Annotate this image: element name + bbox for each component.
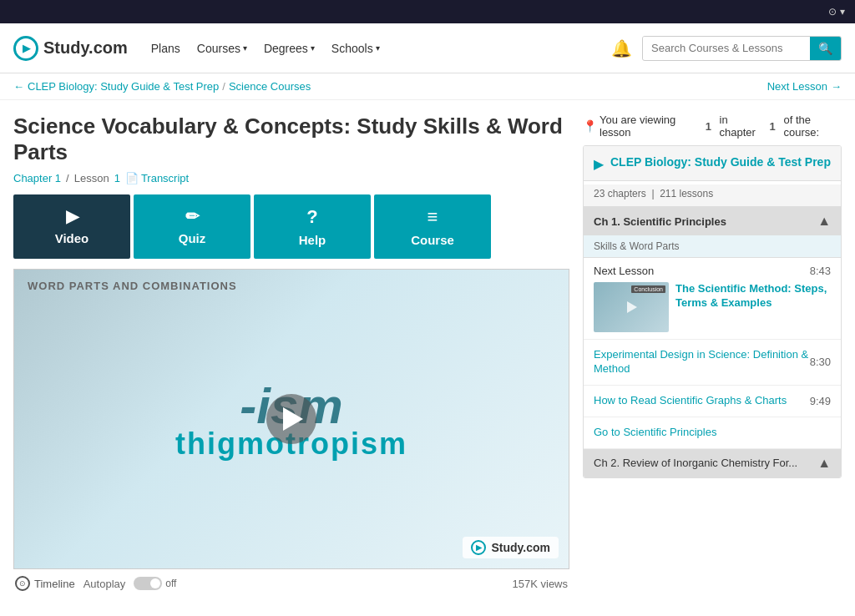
main-column: Science Vocabulary & Concepts: Study Ski… [13, 114, 569, 598]
nav-plans[interactable]: Plans [144, 38, 187, 58]
chevron-down-icon: ▾ [243, 43, 247, 53]
course-card: ▶ CLEP Biology: Study Guide & Test Prep … [583, 145, 842, 478]
chapter2-label: Ch 2. Review of Inorganic Chemistry For.… [594, 457, 797, 469]
autoplay-label: Autoplay [83, 578, 126, 590]
chapter1-header[interactable]: Ch 1. Scientific Principles ▲ [584, 207, 841, 235]
collapse-icon: ▲ [817, 214, 831, 229]
lesson2-duration: 8:30 [810, 356, 831, 368]
transcript-icon: 📄 [125, 172, 139, 184]
lesson3-item[interactable]: How to Read Scientific Graphs & Charts 9… [584, 386, 841, 417]
tab-video-button[interactable]: ▶ Video [13, 194, 130, 259]
course-tab-icon: ≡ [428, 206, 438, 228]
goto-chapter-item[interactable]: Go to Scientific Principles [584, 417, 841, 449]
logo-text: Study.com [43, 38, 128, 58]
tab-quiz-button[interactable]: ✏ Quiz [134, 194, 250, 259]
toggle-state-label: off [165, 578, 176, 589]
video-watermark: ▶ Study.com [463, 537, 559, 558]
top-bar: ⊙ ▾ [0, 0, 855, 23]
autoplay-toggle[interactable]: off [134, 577, 176, 590]
next-arrow-icon: → [831, 80, 842, 93]
breadcrumb-separator: / [222, 80, 225, 93]
next-lesson-card[interactable]: Conclusion The Scientific Method: Steps,… [594, 282, 831, 332]
breadcrumb-link-science[interactable]: Science Courses [229, 80, 311, 93]
play-triangle-icon [283, 407, 303, 431]
video-label: WORD PARTS AND COMBINATIONS [28, 280, 237, 292]
next-lesson-thumbnail: Conclusion [594, 282, 669, 332]
breadcrumb-bar: ← CLEP Biology: Study Guide & Test Prep … [0, 73, 855, 100]
lesson-label: Lesson [74, 172, 109, 184]
bell-icon[interactable]: 🔔 [611, 38, 632, 58]
video-tab-icon: ▶ [66, 206, 78, 226]
meta-separator: / [66, 172, 69, 184]
controls-left: ⊙ Timeline Autoplay off [15, 576, 176, 591]
tab-course-button[interactable]: ≡ Course [374, 194, 491, 259]
video-controls: ⊙ Timeline Autoplay off 157K views [13, 569, 569, 598]
lesson-meta: Chapter 1 / Lesson 1 📄 Transcript [13, 172, 569, 184]
course-play-icon: ▶ [594, 156, 604, 172]
next-lesson-label-row: Next Lesson 8:43 [594, 265, 831, 277]
course-card-header[interactable]: ▶ CLEP Biology: Study Guide & Test Prep [584, 146, 841, 181]
nav-courses[interactable]: Courses ▾ [190, 38, 254, 58]
quiz-tab-icon: ✏ [185, 206, 200, 226]
back-arrow-icon: ← [13, 80, 24, 93]
user-avatar-icon: ⊙ [828, 6, 837, 18]
course-title: CLEP Biology: Study Guide & Test Prep [610, 154, 831, 169]
chevron-down-icon: ▾ [376, 43, 380, 53]
watermark-icon: ▶ [471, 540, 486, 555]
views-count: 157K views [513, 578, 568, 590]
main-nav: Plans Courses ▾ Degrees ▾ Schools ▾ [144, 38, 594, 58]
lesson-number-link[interactable]: 1 [114, 172, 120, 184]
thumb-play-icon [627, 301, 637, 313]
logo-icon: ▶ [13, 36, 38, 61]
chapter-link[interactable]: Chapter 1 [13, 172, 61, 184]
top-bar-user[interactable]: ⊙ ▾ [828, 6, 845, 18]
timeline-icon: ⊙ [15, 576, 30, 591]
lesson-title: Science Vocabulary & Concepts: Study Ski… [13, 114, 569, 165]
breadcrumb: ← CLEP Biology: Study Guide & Test Prep … [13, 80, 311, 93]
help-tab-icon: ? [306, 206, 317, 228]
user-chevron-icon: ▾ [840, 6, 845, 18]
chapter2-header[interactable]: Ch 2. Review of Inorganic Chemistry For.… [584, 449, 841, 477]
chapter2-collapse-icon: ▲ [817, 456, 831, 471]
toggle-knob [150, 578, 160, 588]
next-lesson-link[interactable]: Next Lesson → [767, 80, 842, 93]
lesson2-item[interactable]: Experimental Design in Science: Definiti… [584, 340, 841, 386]
lesson3-link[interactable]: How to Read Scientific Graphs & Charts [594, 394, 787, 408]
timeline-label: Timeline [34, 578, 75, 590]
sidebar: 📍 You are viewing lesson 1 in chapter 1 … [583, 114, 842, 598]
chevron-down-icon: ▾ [311, 43, 315, 53]
course-meta: 23 chapters | 211 lessons [584, 184, 841, 207]
nav-schools[interactable]: Schools ▾ [325, 38, 387, 58]
play-button[interactable] [266, 394, 316, 444]
video-player[interactable]: WORD PARTS AND COMBINATIONS -ism thigmot… [13, 269, 569, 569]
timeline-button[interactable]: ⊙ Timeline [15, 576, 75, 591]
search-input[interactable] [643, 37, 810, 59]
tab-buttons: ▶ Video ✏ Quiz ? Help ≡ Course [13, 194, 569, 259]
toggle-track [134, 577, 162, 590]
next-lesson-item: Next Lesson 8:43 Conclusion The Scientif… [584, 258, 841, 340]
header: ▶ Study.com Plans Courses ▾ Degrees ▾ Sc… [0, 23, 855, 73]
next-lesson-title[interactable]: The Scientific Method: Steps, Terms & Ex… [675, 282, 831, 311]
nav-degrees[interactable]: Degrees ▾ [257, 38, 321, 58]
lesson2-link[interactable]: Experimental Design in Science: Definiti… [594, 348, 810, 376]
current-lesson-item: Skills & Word Parts [584, 235, 841, 258]
thumb-conclusion-label: Conclusion [631, 285, 665, 293]
next-lesson-text: Next Lesson [594, 265, 654, 277]
logo[interactable]: ▶ Study.com [13, 36, 128, 61]
pin-icon: 📍 [583, 119, 597, 133]
header-right: 🔔 🔍 [611, 36, 842, 61]
transcript-link[interactable]: 📄 Transcript [125, 172, 189, 184]
next-lesson-duration: 8:43 [810, 265, 831, 277]
sidebar-viewing-info: 📍 You are viewing lesson 1 in chapter 1 … [583, 114, 842, 139]
tab-help-button[interactable]: ? Help [254, 194, 371, 259]
goto-chapter-link[interactable]: Go to Scientific Principles [594, 426, 716, 440]
chapter1-label: Ch 1. Scientific Principles [594, 215, 726, 228]
search-box: 🔍 [642, 36, 842, 61]
watermark-text: Study.com [491, 541, 550, 554]
page-content: Science Vocabulary & Concepts: Study Ski… [0, 100, 855, 598]
breadcrumb-link-clep[interactable]: CLEP Biology: Study Guide & Test Prep [28, 80, 219, 93]
search-button[interactable]: 🔍 [810, 37, 841, 60]
lesson3-duration: 9:49 [810, 395, 831, 407]
